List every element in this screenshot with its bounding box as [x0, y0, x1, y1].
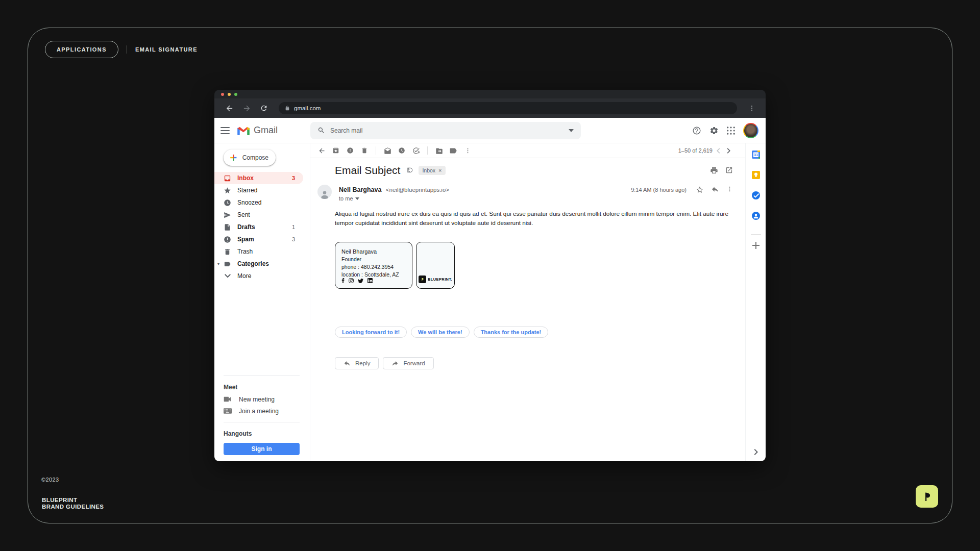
- calendar-icon[interactable]: 31: [752, 151, 760, 159]
- twitter-icon[interactable]: [358, 279, 363, 283]
- search-options-caret-icon[interactable]: [569, 129, 574, 132]
- message-more-icon[interactable]: [726, 186, 733, 192]
- email-signature: Neil Bhargava Founder phone : 480.242.39…: [335, 242, 745, 289]
- older-chevron-icon[interactable]: [724, 146, 733, 155]
- move-to-button[interactable]: [432, 144, 446, 157]
- maximize-window-button[interactable]: [234, 93, 237, 96]
- divider: [224, 375, 300, 376]
- slide-title: EMAIL SIGNATURE: [135, 46, 198, 53]
- sidebar-item-starred[interactable]: Starred: [214, 184, 303, 196]
- close-window-button[interactable]: [221, 93, 224, 96]
- new-meeting-label: New meeting: [239, 396, 275, 403]
- toolbar-divider: [376, 146, 376, 155]
- gmail-logo[interactable]: Gmail: [237, 125, 278, 136]
- labels-button[interactable]: [446, 144, 460, 157]
- collapse-rail-chevron-icon[interactable]: [746, 449, 766, 455]
- add-to-tasks-button[interactable]: [409, 144, 423, 157]
- hamburger-menu-icon[interactable]: [220, 127, 230, 134]
- sidebar-nav: Inbox 3 Starred Snoozed: [214, 172, 310, 282]
- gmail-header-icons: [692, 123, 758, 138]
- blueprint-wordmark: BLUEPRINT.: [428, 277, 452, 282]
- settings-gear-icon[interactable]: [709, 126, 719, 135]
- reply-icon: [344, 360, 351, 366]
- reply-forward-row: Reply Forward: [335, 357, 745, 369]
- badge-divider: [127, 45, 127, 54]
- back-button[interactable]: [222, 101, 237, 115]
- account-avatar[interactable]: [743, 123, 758, 138]
- reply-button[interactable]: Reply: [335, 357, 379, 369]
- sender-avatar: [317, 185, 332, 199]
- recipient-details-caret-icon[interactable]: [355, 197, 359, 200]
- report-spam-button[interactable]: [343, 144, 357, 157]
- clock-icon: [224, 199, 231, 207]
- svg-text:31: 31: [753, 153, 757, 157]
- toolbar-divider: [427, 146, 428, 155]
- to-line[interactable]: to me: [339, 195, 449, 202]
- gmail-body: Compose Inbox 3 Starred Sn: [214, 143, 766, 461]
- signature-location: location : Scottsdale, AZ: [341, 271, 406, 278]
- sidebar-item-sent[interactable]: Sent: [214, 209, 303, 221]
- back-to-inbox-button[interactable]: [314, 144, 329, 157]
- sidebar-item-trash[interactable]: Trash: [214, 245, 303, 258]
- snooze-button[interactable]: [395, 144, 409, 157]
- label-expand-icon[interactable]: [406, 167, 413, 174]
- signature-name: Neil Bhargava: [341, 248, 406, 255]
- keep-icon[interactable]: [752, 171, 760, 179]
- inbox-icon: [224, 174, 231, 182]
- browser-menu-button[interactable]: [744, 101, 760, 115]
- delete-button[interactable]: [357, 144, 372, 157]
- star-outline-icon[interactable]: [696, 186, 704, 194]
- new-meeting-item[interactable]: New meeting: [224, 393, 300, 405]
- gmail-header: Gmail: [214, 118, 766, 143]
- smart-reply-chip[interactable]: Looking forward to it!: [335, 327, 407, 338]
- sidebar-item-snoozed[interactable]: Snoozed: [214, 196, 303, 209]
- instagram-icon[interactable]: [349, 278, 354, 283]
- more-options-button[interactable]: [460, 144, 475, 157]
- email-timestamp: 9:14 AM (8 hours ago): [631, 186, 687, 193]
- smart-reply-chip[interactable]: Thanks for the update!: [474, 327, 549, 338]
- open-in-new-icon[interactable]: [725, 166, 733, 174]
- blueprint-glyph-icon: [921, 490, 933, 503]
- forward-button[interactable]: [239, 101, 254, 115]
- mark-unread-button[interactable]: [380, 144, 395, 157]
- chevron-down-icon: [225, 274, 231, 278]
- help-icon[interactable]: [692, 126, 701, 135]
- newer-chevron-icon[interactable]: [714, 146, 723, 155]
- linkedin-icon[interactable]: [368, 278, 373, 283]
- sidebar-item-inbox[interactable]: Inbox 3: [214, 172, 303, 184]
- url-bar[interactable]: gmail.com: [279, 102, 737, 114]
- footer-brand-line1: BLUEPRINT: [42, 497, 104, 504]
- search-input[interactable]: [330, 127, 564, 134]
- search-bar[interactable]: [310, 122, 581, 139]
- inbox-label-chip[interactable]: Inbox ×: [419, 166, 445, 175]
- tasks-icon[interactable]: [752, 191, 760, 199]
- footer-brand: BLUEPRINT BRAND GUIDELINES: [42, 497, 104, 510]
- sidebar-item-more[interactable]: More: [214, 270, 303, 282]
- categories-caret-icon[interactable]: ▾: [217, 262, 219, 266]
- minimize-window-button[interactable]: [228, 93, 231, 96]
- contacts-icon[interactable]: [752, 212, 760, 220]
- apps-grid-icon[interactable]: [727, 127, 735, 135]
- keyboard-icon: [224, 408, 232, 414]
- print-icon[interactable]: [710, 166, 718, 174]
- gmail-sidebar: Compose Inbox 3 Starred Sn: [214, 143, 310, 461]
- sidebar-item-spam[interactable]: Spam 3: [214, 233, 303, 245]
- archive-button[interactable]: [329, 144, 343, 157]
- reply-icon[interactable]: [711, 186, 719, 193]
- add-addon-plus-icon[interactable]: [752, 242, 760, 249]
- sidebar-item-categories[interactable]: ▾ Categories: [214, 258, 303, 270]
- sidebar-bottom: Meet New meeting Join a meeting Hangouts…: [214, 375, 310, 461]
- refresh-button[interactable]: [256, 101, 272, 115]
- facebook-icon[interactable]: [341, 278, 345, 283]
- divider: [224, 422, 300, 422]
- join-meeting-item[interactable]: Join a meeting: [224, 405, 300, 417]
- hangouts-sign-in-button[interactable]: Sign in: [224, 443, 300, 455]
- sender-name: Neil Barghava: [339, 186, 381, 193]
- smart-reply-chip[interactable]: We will be there!: [411, 327, 470, 338]
- forward-button-email[interactable]: Forward: [383, 357, 433, 369]
- compose-button[interactable]: Compose: [224, 149, 276, 166]
- remove-label-icon[interactable]: ×: [438, 167, 442, 173]
- sidebar-item-drafts[interactable]: Drafts 1: [214, 221, 303, 233]
- email-toolbar: 1–50 of 2,619: [310, 143, 745, 158]
- hangouts-section-title: Hangouts: [224, 428, 300, 440]
